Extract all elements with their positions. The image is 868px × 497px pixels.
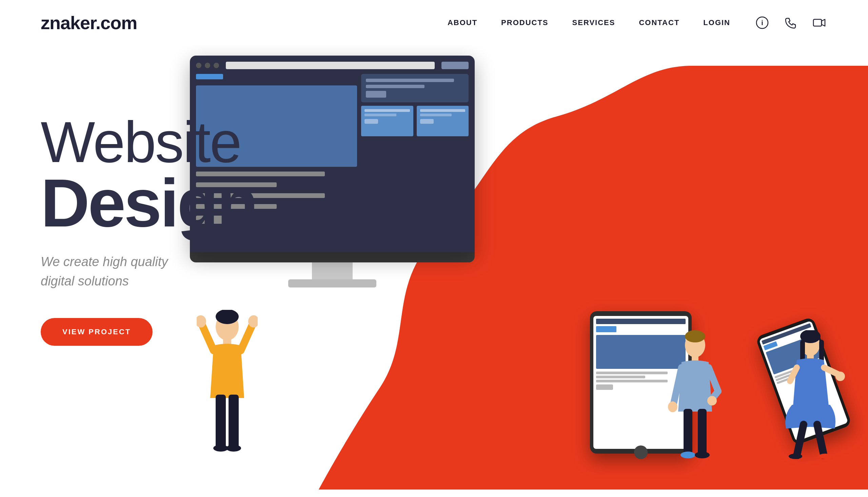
svg-point-26: [695, 452, 710, 458]
tablet-top-bar: [596, 319, 686, 324]
svg-line-36: [817, 424, 824, 456]
svg-point-37: [789, 454, 802, 459]
monitor-card-bar-2: [366, 85, 425, 88]
svg-point-5: [216, 310, 239, 324]
mini-card-bar-1: [365, 109, 410, 112]
svg-line-7: [201, 323, 214, 351]
svg-point-21: [668, 401, 678, 412]
monitor-sidebar-col: [361, 74, 469, 243]
hero-title-bold: Design: [41, 171, 257, 235]
hero-section: Website Design We create high quality di…: [0, 45, 868, 493]
svg-point-25: [681, 452, 695, 458]
mini-card-btn: [365, 119, 378, 124]
tablet-label: [596, 326, 616, 332]
person-blue-dress: [780, 330, 848, 459]
tablet-bar-1: [596, 372, 668, 374]
mini-card-btn-2: [420, 119, 434, 124]
phone-icon[interactable]: [783, 15, 799, 31]
main-nav: ABOUT PRODUCTS SERVICES CONTACT LOGIN i: [447, 15, 827, 31]
logo[interactable]: znaker.com: [41, 12, 137, 33]
monitor-card-bar-1: [366, 79, 454, 82]
svg-text:i: i: [761, 19, 763, 26]
svg-point-14: [226, 445, 241, 452]
tablet-bar-3: [596, 380, 668, 382]
monitor-dot-3: [214, 63, 219, 68]
monitor-mini-card-1: [361, 106, 413, 136]
hero-subtitle: We create high quality digital solutions: [41, 252, 257, 291]
svg-line-8: [241, 323, 253, 351]
mini-card-bar-2: [365, 114, 396, 116]
svg-rect-11: [216, 395, 226, 449]
svg-rect-23: [684, 409, 692, 456]
monitor-urlbar: [226, 62, 435, 69]
monitor-neck: [312, 262, 353, 279]
monitor-mini-card-2: [417, 106, 469, 136]
person-yellow-jacket: [197, 310, 258, 452]
header: znaker.com ABOUT PRODUCTS SERVICES CONTA…: [0, 0, 868, 45]
nav-about[interactable]: ABOUT: [447, 18, 478, 27]
monitor-titlebar: [196, 62, 469, 69]
nav-login[interactable]: LOGIN: [703, 18, 730, 27]
svg-point-13: [213, 445, 228, 452]
tablet-home-btn: [634, 445, 648, 459]
svg-point-34: [836, 372, 845, 381]
svg-point-22: [707, 396, 717, 406]
nav-products[interactable]: PRODUCTS: [501, 18, 548, 27]
monitor-card-btn-1: [366, 91, 386, 98]
info-icon[interactable]: i: [754, 15, 770, 31]
monitor-label-bar: [196, 74, 223, 79]
nav-icon-group: i: [754, 15, 827, 31]
mini-card-bar-3: [420, 109, 465, 112]
svg-rect-24: [698, 409, 707, 456]
view-project-button[interactable]: VIEW PROJECT: [41, 318, 153, 346]
monitor-card-1: [361, 74, 469, 102]
tablet-btn: [596, 384, 613, 390]
mini-card-bar-4: [420, 114, 452, 116]
svg-line-32: [824, 368, 838, 374]
svg-rect-12: [229, 395, 239, 449]
tablet-bar-2: [596, 375, 645, 378]
monitor-stand: [288, 279, 376, 287]
monitor-dot-2: [205, 63, 210, 68]
svg-line-35: [797, 424, 803, 456]
monitor-btn-bar: [441, 62, 469, 69]
monitor-dot-1: [196, 63, 201, 68]
person-blue-shirt: [668, 330, 722, 459]
svg-point-38: [819, 454, 832, 459]
monitor-row-cards: [361, 106, 469, 136]
hero-title-light: Website: [41, 113, 257, 171]
video-icon[interactable]: [811, 15, 827, 31]
nav-services[interactable]: SERVICES: [572, 18, 615, 27]
svg-rect-2: [813, 19, 822, 26]
svg-marker-3: [822, 19, 825, 26]
nav-contact[interactable]: CONTACT: [639, 18, 680, 27]
svg-point-16: [685, 330, 705, 342]
